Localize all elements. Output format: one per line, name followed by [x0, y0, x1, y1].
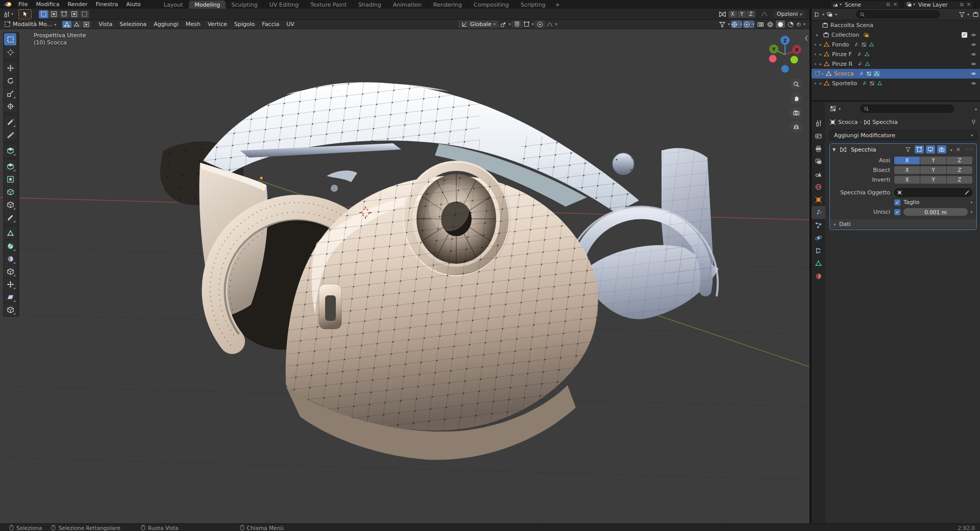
tool-annotate[interactable]: [4, 116, 16, 128]
view-layer-selector[interactable]: ▾ View Layer ⧉ ✕: [903, 1, 974, 9]
outliner-row-scene-collection[interactable]: Raccolta Scena: [812, 20, 980, 30]
tool-extrude-region[interactable]: [4, 160, 16, 172]
bisect-x-toggle[interactable]: X: [894, 166, 920, 174]
tab-world[interactable]: [812, 181, 825, 193]
shading-wireframe[interactable]: [766, 20, 775, 28]
proportional-edit-toggle[interactable]: [535, 20, 545, 28]
tool-transform[interactable]: [4, 100, 16, 112]
blender-logo[interactable]: [3, 1, 12, 8]
workspace-tab-shading[interactable]: Shading: [353, 1, 387, 9]
tool-scale[interactable]: [4, 87, 16, 99]
expand-arrow[interactable]: ▸: [818, 42, 823, 47]
vertex-select-mode[interactable]: [62, 21, 71, 28]
tweak-falloff-icon[interactable]: [761, 10, 768, 18]
modifier-wrench-icon[interactable]: [856, 52, 863, 57]
bisect-y-toggle[interactable]: Y: [920, 166, 946, 174]
eye-icon[interactable]: [970, 41, 977, 48]
modifier-wrench-icon[interactable]: [856, 61, 863, 67]
new-collection-button[interactable]: [972, 11, 979, 18]
breadcrumb-object[interactable]: Scocca: [838, 119, 858, 125]
workspace-tab-modeling[interactable]: Modeling: [189, 1, 226, 9]
tab-physics[interactable]: [812, 232, 825, 244]
tool-cursor[interactable]: [4, 46, 16, 58]
outliner-row-pinze-f[interactable]: ▸ Pinze F: [812, 49, 980, 59]
keyframe-dot[interactable]: [971, 201, 972, 203]
modifier-stack-icon[interactable]: [861, 42, 867, 47]
menu-aiuto[interactable]: Aiuto: [122, 0, 145, 9]
new-scene-button[interactable]: ⧉: [885, 2, 892, 8]
face-select-mode[interactable]: [82, 21, 91, 28]
ortho-toggle-button[interactable]: [790, 121, 802, 133]
modifier-stack-icon[interactable]: [866, 71, 872, 77]
tab-output[interactable]: [812, 142, 825, 155]
tab-render[interactable]: [812, 130, 825, 142]
mirror-x-toggle[interactable]: X: [728, 11, 737, 18]
mode-label[interactable]: Modalità Mo...: [13, 21, 56, 28]
select-mode-extend[interactable]: [49, 10, 59, 18]
outliner-row-fondo[interactable]: ▸ Fondo: [812, 40, 980, 49]
menu-faccia[interactable]: Faccia: [258, 20, 283, 28]
merge-threshold-field[interactable]: 0.001 m: [903, 208, 968, 216]
unlink-scene-button[interactable]: ✕: [892, 2, 899, 8]
mesh-data-icon[interactable]: [876, 81, 883, 86]
3d-viewport[interactable]: Prospettiva Utente (10) Scocca Z: [0, 29, 810, 523]
flip-y-toggle[interactable]: Y: [920, 176, 946, 184]
properties-options[interactable]: [973, 106, 977, 112]
workspace-tab-sculpting[interactable]: Sculpting: [226, 1, 263, 9]
workspace-tab-animation[interactable]: Animation: [387, 1, 428, 9]
flip-z-toggle[interactable]: Z: [947, 176, 972, 184]
menu-vertice[interactable]: Vertice: [204, 20, 231, 28]
expand-arrow[interactable]: ▸: [818, 62, 823, 66]
tool-knife[interactable]: [4, 211, 16, 223]
tab-tool[interactable]: [812, 117, 825, 130]
tool-add-cube[interactable]: [4, 144, 16, 157]
xray-toggle[interactable]: [755, 20, 766, 28]
tab-scene[interactable]: [812, 168, 825, 181]
tab-material[interactable]: [812, 270, 825, 283]
expand-arrow[interactable]: ▸: [818, 52, 823, 57]
collection-checkbox[interactable]: [962, 32, 967, 38]
tool-measure[interactable]: [4, 129, 16, 141]
expand-arrow[interactable]: ▸: [818, 81, 823, 86]
display-on-cage-toggle[interactable]: [915, 145, 924, 154]
display-render-toggle[interactable]: [937, 145, 946, 154]
tool-loop-cut[interactable]: [4, 198, 16, 211]
outliner-search[interactable]: [856, 10, 940, 18]
clipping-checkbox[interactable]: [894, 199, 900, 206]
menu-finestra[interactable]: Finestra: [92, 0, 122, 9]
tab-modifiers[interactable]: [812, 206, 825, 219]
new-view-layer-button[interactable]: ⧉: [958, 2, 965, 8]
visibility-filter-dropdown[interactable]: [719, 20, 730, 28]
tool-poly-build[interactable]: [4, 227, 16, 239]
mesh-data-icon[interactable]: [873, 71, 880, 77]
tool-rip-region[interactable]: [4, 304, 16, 316]
snap-toggle[interactable]: [512, 20, 522, 28]
eye-icon[interactable]: [970, 61, 977, 67]
edge-select-mode[interactable]: [72, 21, 81, 28]
outliner-row-collection[interactable]: ▸ Collection: [812, 30, 980, 40]
bisect-z-toggle[interactable]: Z: [947, 166, 972, 174]
axis-z-toggle[interactable]: Z: [947, 157, 972, 164]
modifier-extras-dropdown[interactable]: [948, 146, 952, 153]
expand-arrow[interactable]: ▸: [815, 33, 820, 37]
data-subpanel-header[interactable]: ▸ Dati: [830, 219, 976, 229]
remove-view-layer-button[interactable]: ✕: [965, 2, 972, 8]
mesh-data-icon[interactable]: [868, 42, 875, 47]
panel-expand-arrow[interactable]: ▼: [832, 147, 838, 152]
menu-render[interactable]: Render: [63, 0, 91, 9]
outliner-row-sportello[interactable]: ▸ Sportello: [812, 79, 980, 88]
tool-shear[interactable]: [4, 291, 16, 303]
menu-aggiungi[interactable]: Aggiungi: [150, 20, 182, 28]
outliner-row-scocca[interactable]: ▸ Scocca: [812, 69, 980, 79]
tool-move[interactable]: [4, 62, 16, 74]
mirror-z-toggle[interactable]: Z: [747, 11, 755, 18]
axis-gizmo[interactable]: Z Y X: [766, 33, 804, 74]
scene-selector[interactable]: ▾ Scene ⧉ ✕: [830, 1, 900, 9]
modifier-wrench-icon[interactable]: [861, 81, 868, 86]
breadcrumb-modifier[interactable]: Specchia: [872, 119, 898, 125]
tool-bevel[interactable]: [4, 186, 16, 198]
menu-seleziona[interactable]: Seleziona: [116, 20, 150, 28]
eye-icon[interactable]: [970, 70, 977, 77]
tool-rotate[interactable]: [4, 74, 16, 87]
overlays-dropdown[interactable]: [743, 20, 754, 28]
